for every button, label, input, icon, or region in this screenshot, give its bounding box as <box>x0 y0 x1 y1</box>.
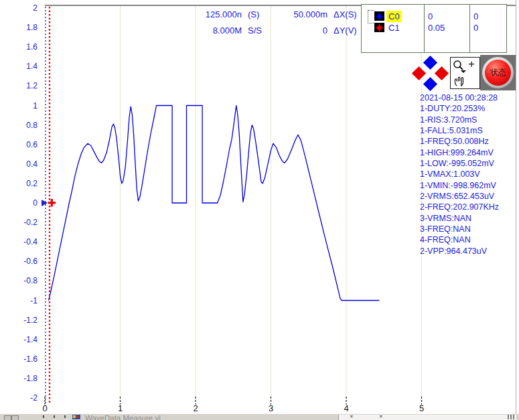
y-axis-label: 0.2 <box>0 179 38 188</box>
sample-period-value: 125.000n <box>187 7 242 23</box>
sampling-readout: 125.000n (S) 8.000M S/S <box>187 7 272 39</box>
y-axis-label: 0.4 <box>0 159 38 169</box>
y-axis-label: -0.2 <box>0 218 38 227</box>
vi-file-icon <box>72 415 80 419</box>
delta-y-label: ΔY(V) <box>333 23 364 39</box>
cursor-channel-icon[interactable] <box>374 23 384 32</box>
waveform-trace <box>49 106 380 301</box>
x-axis-label: 3 <box>261 403 281 414</box>
cursor-mover-control[interactable] <box>413 56 449 91</box>
y-axis-label: -0.6 <box>0 257 38 266</box>
sample-rate-unit: S/S <box>248 23 272 39</box>
cursor-channel-label[interactable]: C0 <box>386 11 402 22</box>
x-axis-label: 0 <box>35 403 55 414</box>
cursor-move-down-icon[interactable] <box>423 77 437 91</box>
tick-mark <box>54 415 55 418</box>
sample-period-row: 125.000n (S) <box>187 7 272 23</box>
cursor-x-value[interactable]: 0.05 <box>428 22 445 33</box>
status-button-ring: 状态 <box>482 57 514 88</box>
x-axis-label: 2 <box>186 403 206 414</box>
resize-grip-icon[interactable] <box>508 415 516 419</box>
delta-y-row: 0 ΔY(V) <box>279 23 364 39</box>
y-axis-label: -1.6 <box>0 354 38 364</box>
plus-cursor-tool-icon[interactable]: + <box>468 58 475 71</box>
status-led-icon: 状态 <box>485 60 511 86</box>
measurement-item: 1-VMIN:-998.962mV <box>420 180 518 191</box>
cursor-channel-label[interactable]: C1 <box>386 22 402 33</box>
y-axis-label: -0.8 <box>0 276 38 285</box>
cursor-legend-row[interactable]: C10.050 <box>362 22 505 33</box>
window-edge-line <box>516 0 516 414</box>
y-axis-label: -2 <box>0 393 38 403</box>
y-axis-label: 1.8 <box>0 23 38 32</box>
y-axis-label: -1.8 <box>0 374 38 383</box>
tick-mark <box>64 415 66 418</box>
measurement-item: 2-VRMS:652.453uV <box>420 191 518 202</box>
taskbar-strip: WaveData Measure.vi ✕ ✕ <box>0 414 519 420</box>
sample-period-unit: (S) <box>248 7 272 23</box>
cursor-legend-row[interactable]: C000 <box>362 11 505 22</box>
measurement-item: 2-VPP:964.473uV <box>420 246 518 257</box>
status-button-label: 状态 <box>490 67 506 78</box>
measurement-item: 4-FREQ:NAN <box>420 234 518 245</box>
cursor-c0-marker-icon[interactable] <box>42 200 48 206</box>
cursor-c1-marker-icon[interactable] <box>48 199 56 206</box>
cursor-move-up-icon[interactable] <box>423 56 437 70</box>
y-axis-label: 2 <box>0 3 38 13</box>
y-axis-label: 1.4 <box>0 62 38 71</box>
sample-rate-row: 8.000M S/S <box>187 23 272 39</box>
cursor-move-right-icon[interactable] <box>435 66 449 80</box>
pan-hand-tool-icon[interactable] <box>453 75 466 87</box>
taskbar-panel <box>338 415 516 420</box>
x-axis-label: 1 <box>110 403 131 414</box>
measurement-item: 1-VMAX:1.003V <box>420 169 518 180</box>
y-axis-label: -0.4 <box>0 237 38 247</box>
y-axis-label: 0 <box>0 198 38 208</box>
cursor-y-value[interactable]: 0 <box>473 11 478 22</box>
cursor-delta-readout: 50.000m ΔX(S) 0 ΔY(V) <box>279 7 364 39</box>
x-axis-label: 4 <box>336 403 356 414</box>
sample-rate-value: 8.000M <box>187 23 242 39</box>
x-axis-label: 5 <box>412 403 432 414</box>
cursor-y-value[interactable]: 0 <box>473 22 478 33</box>
measurement-item: 1-FALL:5.031mS <box>420 125 518 136</box>
zoom-tool-icon[interactable] <box>452 59 467 74</box>
timestamp: 2021-08-15 00:28:28 <box>420 92 518 103</box>
delta-x-row: 50.000m ΔX(S) <box>279 7 364 23</box>
measurement-item: 1-FREQ:50.008Hz <box>420 136 518 147</box>
cursor-move-left-icon[interactable] <box>412 66 426 80</box>
y-axis-label: 1.2 <box>0 81 38 90</box>
taskbar-title[interactable]: WaveData Measure.vi <box>85 414 161 420</box>
measurement-item: 2-FREQ:202.907KHz <box>420 202 518 212</box>
measurement-item: 1-LOW:-995.052mV <box>420 158 518 169</box>
y-axis-label: -1 <box>0 296 38 305</box>
y-axis-label: 0.6 <box>0 140 38 149</box>
measurement-item: 3-VRMS:NAN <box>420 213 518 224</box>
cursor-legend-table: C000C10.050 <box>361 4 507 53</box>
cursor-x-value[interactable]: 0 <box>428 11 433 22</box>
y-axis-label: 1.6 <box>0 42 38 52</box>
measurement-item: 1-HIGH:999.264mV <box>420 147 518 158</box>
y-axis-label: -1.4 <box>0 335 38 344</box>
delta-x-label: ΔX(S) <box>333 7 364 23</box>
y-axis-label: 1 <box>0 101 38 111</box>
status-button[interactable]: 状态 <box>480 55 516 90</box>
taskbar-glyph-icon: ✕ <box>350 414 354 419</box>
measurement-item: 1-DUTY:20.253% <box>420 103 518 114</box>
graph-tool-palette: + <box>450 57 480 89</box>
measurement-item: 3-FREQ:NAN <box>420 224 518 234</box>
measurement-item: 1-RIS:3.720mS <box>420 115 518 125</box>
delta-x-value: 50.000m <box>279 7 327 23</box>
taskbar-glyph-icon: ✕ <box>379 414 383 419</box>
delta-y-value: 0 <box>279 23 327 39</box>
tick-mark <box>43 415 44 418</box>
cursor-channel-icon[interactable] <box>374 11 384 21</box>
oscilloscope-app: 21.81.61.41.210.80.60.40.20-0.2-0.4-0.6-… <box>0 0 519 420</box>
y-axis-label: 0.8 <box>0 121 38 130</box>
scrollbar-button[interactable] <box>4 415 11 420</box>
measurement-items: 1-DUTY:20.253%1-RIS:3.720mS1-FALL:5.031m… <box>420 103 518 257</box>
measurement-readout: 2021-08-15 00:28:28 1-DUTY:20.253%1-RIS:… <box>420 92 518 257</box>
y-axis-label: -1.2 <box>0 316 38 325</box>
scrollbar-button[interactable] <box>11 415 19 420</box>
